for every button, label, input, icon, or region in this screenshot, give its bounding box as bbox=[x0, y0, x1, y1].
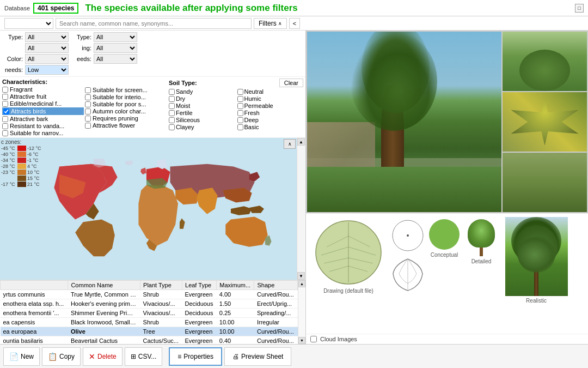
new-label: New bbox=[21, 353, 34, 360]
maximize-icon[interactable]: □ bbox=[575, 4, 584, 13]
col-max: Maximum... bbox=[217, 281, 254, 290]
char-fragrant-check[interactable] bbox=[2, 87, 8, 93]
char-bark-check[interactable] bbox=[2, 116, 8, 122]
db-label: Database bbox=[4, 5, 30, 11]
soil-title: Soil Type: bbox=[169, 80, 197, 86]
properties-button[interactable]: ≡ Properties bbox=[169, 347, 222, 366]
filter-blank-select[interactable]: All bbox=[25, 43, 69, 53]
map-toggle-button[interactable]: ∧ bbox=[284, 139, 296, 149]
detailed-icon-col: Detailed bbox=[466, 219, 497, 264]
filter-ing-label: ing: bbox=[73, 45, 91, 51]
char-poor-check[interactable] bbox=[85, 101, 91, 107]
collapse-button[interactable]: < bbox=[289, 18, 300, 29]
soil-moist-check[interactable] bbox=[169, 103, 175, 109]
char-fruit-check[interactable] bbox=[2, 94, 8, 100]
side-photo-3 bbox=[503, 153, 587, 212]
soil-deep-check[interactable] bbox=[237, 117, 243, 123]
soil-siliceous-check[interactable] bbox=[169, 117, 175, 123]
table-scroll-track[interactable] bbox=[298, 287, 305, 337]
copy-button[interactable]: 📋 Copy bbox=[42, 347, 81, 366]
char-autumn-check[interactable] bbox=[85, 108, 91, 114]
char-narrow: Suitable for narrov... bbox=[2, 130, 84, 136]
main-area: Type: All Type: All All ing: All Color: … bbox=[0, 31, 588, 344]
table-row[interactable]: enothera elata ssp. h... Hooker's evenin… bbox=[1, 299, 298, 309]
table-scroll-up[interactable]: ▲ bbox=[298, 280, 305, 287]
csv-button[interactable]: ⊞ CSV... bbox=[125, 347, 163, 366]
char-resistant: Resistant to vanda... bbox=[2, 123, 84, 129]
soil-clayey-check[interactable] bbox=[169, 124, 175, 130]
conceptual-icon-col: Conceptual bbox=[429, 219, 460, 264]
char-screen-check[interactable] bbox=[85, 87, 91, 93]
filter-eeds-label: eeds: bbox=[73, 56, 91, 62]
char-flower-check[interactable] bbox=[85, 123, 91, 129]
soil-humic-check[interactable] bbox=[237, 96, 243, 102]
right-panel: Drawing (default file) bbox=[306, 31, 588, 344]
filter-needs-select[interactable]: Low bbox=[25, 65, 69, 75]
leaf-drawing-svg bbox=[310, 217, 387, 288]
soil-permeable-check[interactable] bbox=[237, 103, 243, 109]
filters-button[interactable]: Filters ∧ bbox=[254, 18, 287, 29]
col-sciname bbox=[1, 281, 68, 290]
csv-label: CSV... bbox=[138, 353, 157, 360]
soil-fresh-check[interactable] bbox=[237, 110, 243, 116]
table-scroll-down[interactable]: ▼ bbox=[298, 337, 305, 344]
char-resistant-check[interactable] bbox=[2, 123, 8, 129]
table-row-selected[interactable]: ea europaea Olive Tree Evergreen 10.00 C… bbox=[1, 327, 298, 336]
properties-label: Properties bbox=[183, 353, 213, 360]
cloud-images-checkbox[interactable] bbox=[310, 336, 317, 342]
search-bar: Filters ∧ < bbox=[0, 16, 588, 31]
char-interior: Suitable for interio... bbox=[85, 94, 167, 100]
detailed-tree-icon bbox=[466, 219, 497, 256]
table-row[interactable]: yrtus communis True Myrtle, Common Myrtl… bbox=[1, 290, 298, 299]
characteristics-section2: Suitable for screen... Suitable for inte… bbox=[85, 79, 167, 136]
filter-color-select[interactable]: All bbox=[25, 54, 69, 64]
results-table-section: Common Name Plant Type Leaf Type Maximum… bbox=[0, 280, 305, 344]
char-narrow-check[interactable] bbox=[2, 130, 8, 136]
soil-basic-check[interactable] bbox=[237, 124, 243, 130]
char-interior-check[interactable] bbox=[85, 94, 91, 100]
preview-label: Preview Sheet bbox=[241, 353, 283, 360]
properties-icon: ≡ bbox=[177, 353, 181, 360]
bottom-bar: 📄 New 📋 Copy ✕ Delete ⊞ CSV... ≡ Propert… bbox=[0, 344, 588, 368]
new-button[interactable]: 📄 New bbox=[3, 347, 40, 366]
filter-ing-select[interactable]: All bbox=[94, 43, 137, 53]
search-input[interactable] bbox=[56, 18, 252, 29]
char-attracts-birds[interactable]: Attracts birds bbox=[2, 107, 84, 115]
soil-dry-check[interactable] bbox=[169, 96, 175, 102]
table-row[interactable]: enothera fremontii '... Shimmer Evening … bbox=[1, 309, 298, 318]
tree-icons-section: Conceptual Detailed bbox=[429, 219, 497, 264]
filters-area: Type: All Type: All All ing: All Color: … bbox=[0, 31, 305, 77]
filter-type2-select[interactable]: All bbox=[94, 32, 137, 42]
filter-type1-label: Type: bbox=[2, 34, 23, 40]
table-row[interactable]: ea capensis Black Ironwood, Small Iron..… bbox=[1, 318, 298, 327]
char-pruning-check[interactable] bbox=[85, 116, 91, 122]
legend-label-1: -45 °C bbox=[1, 146, 16, 151]
map-scroll-up[interactable]: ▲ bbox=[297, 138, 305, 146]
legend-temp-1: -12 °C bbox=[27, 146, 41, 151]
col-leaf: Leaf Type bbox=[182, 281, 217, 290]
char-autumn: Autumn color char... bbox=[85, 108, 167, 114]
soil-sandy-check[interactable] bbox=[169, 89, 175, 95]
search-type-dropdown[interactable] bbox=[4, 18, 53, 29]
left-panel: Type: All Type: All All ing: All Color: … bbox=[0, 31, 306, 344]
char-fragrant: Fragrant bbox=[2, 86, 84, 93]
plan-circle-svg bbox=[391, 219, 424, 252]
delete-button[interactable]: ✕ Delete bbox=[83, 347, 122, 366]
legend-swatch-1 bbox=[17, 146, 26, 151]
filter-type1-select[interactable]: All bbox=[25, 32, 69, 42]
char-birds-check[interactable] bbox=[3, 108, 9, 114]
delete-label: Delete bbox=[97, 353, 117, 360]
map-scrollbar: ▲ ▼ bbox=[297, 138, 305, 280]
soil-fertile-check[interactable] bbox=[169, 110, 175, 116]
filter-type2-label: Type: bbox=[73, 34, 91, 40]
preview-sheet-button[interactable]: 🖨 Preview Sheet bbox=[224, 347, 291, 366]
drawing-area: Drawing (default file) bbox=[306, 213, 588, 334]
char-edible-check[interactable] bbox=[2, 101, 8, 107]
soil-neutral-check[interactable] bbox=[237, 89, 243, 95]
map-scroll-down[interactable]: ▼ bbox=[297, 272, 305, 280]
char-soil-area: Characteristics: Fragrant Attractive fru… bbox=[0, 77, 305, 138]
table-row[interactable]: ountia basilaris Beavertail Cactus Cactu… bbox=[1, 336, 298, 345]
clear-button[interactable]: Clear bbox=[279, 79, 303, 87]
preview-icon: 🖨 bbox=[232, 353, 239, 360]
filter-eeds-select[interactable]: All bbox=[94, 54, 137, 64]
